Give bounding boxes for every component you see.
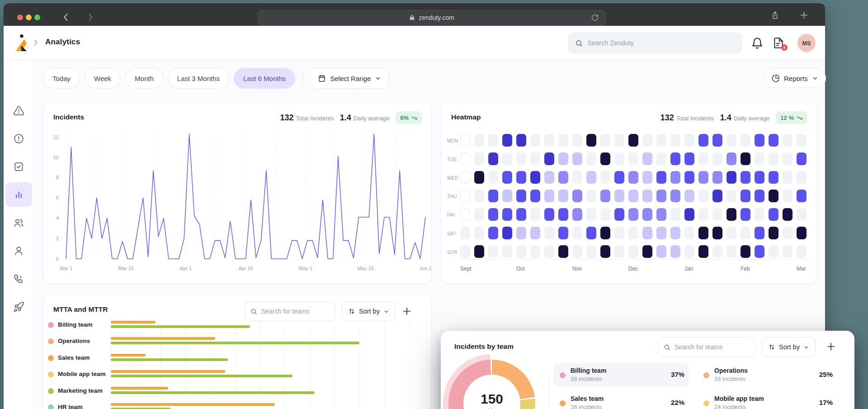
heatmap-cell xyxy=(670,190,680,202)
heatmap-cell xyxy=(769,134,778,147)
forward-icon[interactable] xyxy=(85,12,96,23)
team-name: Billing team xyxy=(58,321,93,328)
global-search-input[interactable] xyxy=(588,39,735,47)
back-icon[interactable] xyxy=(61,12,71,23)
new-tab-icon[interactable] xyxy=(799,10,809,20)
sidebar-item-incidents[interactable] xyxy=(5,98,32,123)
sidebar-item-tasks[interactable] xyxy=(5,154,32,179)
heatmap-cell xyxy=(628,208,638,221)
legend-row-sales-team[interactable]: Sales team 26 incidents 22% xyxy=(553,391,689,409)
heatmap-cell xyxy=(783,134,793,147)
team-name: Operations xyxy=(714,367,748,374)
team-bar-row[interactable]: Mobile app team xyxy=(43,366,432,382)
notifications-bell-icon[interactable] xyxy=(751,37,764,49)
heatmap-cell xyxy=(530,152,540,165)
browser-chrome: zenduty.com xyxy=(4,3,825,26)
team-count: 38 incidents xyxy=(571,376,602,382)
divider xyxy=(460,259,808,260)
svg-text:4: 4 xyxy=(56,215,59,221)
heatmap-day-label: TUE xyxy=(447,157,457,162)
sidebar-item-analytics[interactable] xyxy=(5,182,32,207)
chip-week[interactable]: Week xyxy=(85,68,121,89)
heatmap-cell xyxy=(741,208,750,221)
bar-chart-icon xyxy=(13,189,24,200)
incidents-card: Incidents 132Total Incidents 1.4Daily av… xyxy=(43,102,432,284)
team-search-input[interactable] xyxy=(261,308,330,315)
app-root: Analytics 2 MS xyxy=(4,26,825,409)
heatmap-cell xyxy=(712,171,722,184)
legend-row-operations[interactable]: Operations 33 incidents 25% xyxy=(697,363,837,387)
zenduty-logo[interactable] xyxy=(13,34,30,52)
sidebar-item-on-call[interactable] xyxy=(5,266,32,291)
heatmap-cell xyxy=(797,134,807,147)
heatmap-cell xyxy=(502,245,512,258)
team-bar-row[interactable]: Operations xyxy=(43,333,432,349)
heatmap-day-label: WED xyxy=(447,176,458,181)
refresh-icon[interactable] xyxy=(591,14,599,22)
add-team-button[interactable] xyxy=(402,304,415,318)
sidebar-item-alerts[interactable] xyxy=(5,126,32,151)
heatmap-cell xyxy=(642,245,652,258)
heatmap-cell xyxy=(726,208,736,221)
heatmap-cell xyxy=(614,227,624,239)
team-name: Sales team xyxy=(571,395,604,402)
legend-dot xyxy=(703,372,709,378)
heatmap-cell xyxy=(628,245,638,258)
user-icon xyxy=(13,245,24,257)
team-bar-row[interactable]: Marketing team xyxy=(43,383,432,399)
team-name: Sales team xyxy=(58,354,90,361)
heatmap-cell xyxy=(642,152,652,165)
heatmap-cell xyxy=(572,227,582,239)
team-bar-row[interactable]: HR team xyxy=(43,399,432,409)
heatmap-day-label: SAT xyxy=(447,231,456,236)
incidents-line-chart: 121086420Mar 1Mar 15Apr 1Apr 15May 1May … xyxy=(43,128,432,281)
activity-log-button[interactable]: 2 xyxy=(773,37,785,49)
heatmap-cell xyxy=(797,152,807,165)
top-nav: Analytics 2 MS xyxy=(4,26,825,60)
zoom-window-button[interactable] xyxy=(34,14,40,20)
sort-by-button[interactable]: Sort by xyxy=(762,337,816,357)
heatmap-cell xyxy=(741,190,750,202)
address-bar[interactable]: zenduty.com xyxy=(258,10,606,25)
chip-last-6-months[interactable]: Last 6 Months xyxy=(234,68,295,89)
chip-last-3-months[interactable]: Last 3 Months xyxy=(168,68,229,89)
heatmap-cell xyxy=(600,227,610,239)
team-name: Marketing team xyxy=(58,387,103,394)
reports-button[interactable]: Reports xyxy=(764,68,826,88)
heatmap-cell xyxy=(586,152,596,165)
team-search-input[interactable] xyxy=(675,343,750,351)
heatmap-cell xyxy=(712,152,722,165)
heatmap-cell xyxy=(797,245,807,258)
global-search[interactable] xyxy=(568,33,742,53)
heatmap-cell xyxy=(600,134,610,147)
heatmap-cell xyxy=(544,190,554,202)
select-range-button[interactable]: Select Range xyxy=(310,68,389,89)
chevron-down-icon xyxy=(812,75,818,81)
heatmap-cell xyxy=(572,152,582,165)
search-icon xyxy=(664,343,670,351)
chip-today[interactable]: Today xyxy=(43,68,80,89)
team-bar-row[interactable]: Billing team xyxy=(43,317,432,333)
trending-down-icon xyxy=(411,114,418,121)
heatmap-cell xyxy=(586,190,596,202)
chip-month[interactable]: Month xyxy=(125,68,163,89)
heatmap-cell xyxy=(698,171,708,184)
donut-total: 150 xyxy=(481,391,503,407)
legend-row-billing-team[interactable]: Billing team 38 incidents 37% xyxy=(553,363,689,387)
sidebar-item-teams[interactable] xyxy=(5,210,32,235)
desktop-background: zenduty.com Analytics xyxy=(0,0,868,409)
sort-arrows-icon xyxy=(768,343,775,351)
sidebar-item-profile[interactable] xyxy=(5,238,32,263)
close-window-button[interactable] xyxy=(17,14,23,20)
share-icon[interactable] xyxy=(770,10,780,20)
team-bar-row[interactable]: Sales team xyxy=(43,350,432,366)
minimize-window-button[interactable] xyxy=(26,14,32,20)
sidebar-item-integrations[interactable] xyxy=(5,295,32,319)
avatar[interactable]: MS xyxy=(797,34,816,52)
legend-row-mobile-app-team[interactable]: Mobile app team 24 incidents 17% xyxy=(697,391,837,409)
mtta-bar xyxy=(111,337,215,340)
add-team-button[interactable] xyxy=(826,340,840,353)
team-search[interactable] xyxy=(658,337,756,357)
heatmap-cell xyxy=(614,171,624,184)
incidents-card-stats: 132Total Incidents 1.4Daily average 6% xyxy=(280,111,422,124)
